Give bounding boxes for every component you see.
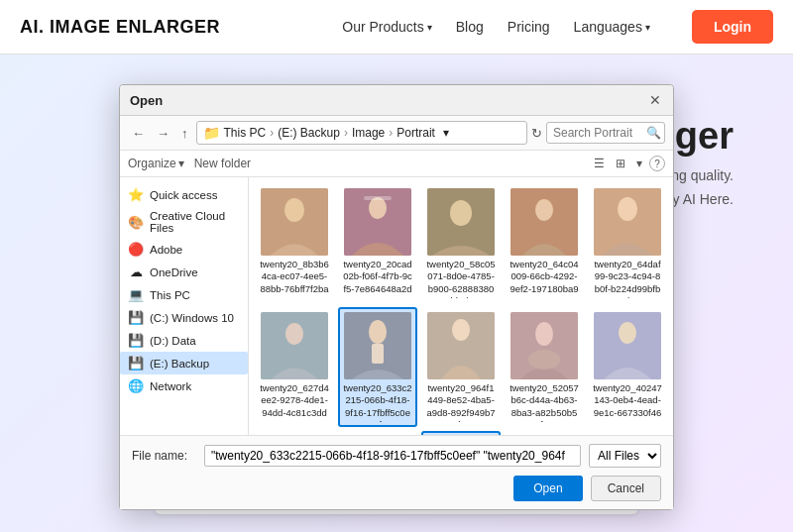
file-name: twenty20_20cad02b-f06f-4f7b-9cf5-7e86464… (343, 259, 412, 298)
breadcrumb-thispc: This PC (224, 126, 267, 140)
nav-our-products[interactable]: Our Products ▾ (342, 19, 431, 35)
help-button[interactable]: ? (649, 156, 665, 171)
languages-label: Languages (574, 19, 642, 35)
filename-input[interactable] (204, 445, 581, 467)
file-grid: twenty20_8b3b64ca-ec07-4ee5-88bb-76bff7f… (249, 177, 673, 435)
sidebar-item-network[interactable]: 🌐 Network (120, 374, 248, 397)
backup-label: (E:) Backup (150, 358, 209, 370)
network-label: Network (150, 380, 191, 392)
file-name: twenty20_64c04009-66cb-4292-9ef2-197180b… (510, 259, 579, 298)
organize-label: Organize (128, 157, 176, 170)
dialog-footer: File name: All Files Open Cancel (120, 435, 673, 509)
file-item[interactable]: twenty20_20cad02b-f06f-4f7b-9cf5-7e86464… (338, 183, 417, 303)
file-item[interactable]: twenty20_964f1449-8e52-4ba5-a9d8-892f949… (421, 307, 501, 427)
onedrive-label: OneDrive (150, 266, 198, 278)
file-thumbnail (510, 188, 578, 256)
file-thumbnail (344, 188, 411, 256)
dialog-titlebar: Open ✕ (120, 85, 673, 116)
svg-point-22 (619, 322, 636, 344)
file-item[interactable]: twenty20_52057b6c-d44a-4b63-8ba3-a82b50b… (505, 307, 584, 427)
refresh-button[interactable]: ↻ (531, 126, 542, 141)
file-item[interactable]: twenty20_964f (421, 431, 501, 435)
new-folder-button[interactable]: New folder (194, 157, 251, 170)
folder-icon: 📁 (203, 125, 220, 141)
file-item[interactable]: twenty20_40247143-0eb4-4ead-9e1c-667330f… (588, 307, 667, 427)
nav-links: Our Products ▾ Blog Pricing Languages ▾ … (342, 10, 773, 44)
file-item[interactable]: twenty20_8b3b64ca-ec07-4ee5-88bb-76bff7f… (255, 183, 334, 303)
network-icon: 🌐 (128, 378, 144, 393)
up-button[interactable]: ↑ (177, 124, 192, 143)
file-name: twenty20_633c2215-066b-4f18-9f16-17fbff5… (343, 382, 412, 422)
file-item[interactable]: twenty20_64c04009-66cb-4292-9ef2-197180b… (505, 183, 584, 303)
sidebar-item-windows[interactable]: 💾 (C:) Windows 10 (120, 306, 248, 329)
hero-title-partial: ger (675, 115, 734, 157)
back-button[interactable]: ← (128, 124, 149, 143)
file-item[interactable]: twenty20_58c05071-8d0e-4785-b900-6288838… (421, 183, 501, 303)
file-item[interactable]: twenty20_627d4ee2-9278-4de1-94dd-4c81c3d… (255, 307, 334, 427)
forward-button[interactable]: → (153, 124, 173, 143)
windows-icon: 💾 (128, 310, 144, 325)
sidebar-item-quick-access[interactable]: ⭐ Quick access (120, 183, 248, 206)
svg-point-6 (450, 200, 472, 226)
file-name: twenty20_58c05071-8d0e-4785-b900-6288838… (426, 259, 496, 298)
file-name: twenty20_40247143-0eb4-4ead-9e1c-667330f… (593, 382, 662, 422)
pricing-label: Pricing (508, 19, 550, 35)
file-item[interactable]: twenty20_img11 (255, 431, 334, 435)
file-thumbnail (594, 312, 661, 379)
file-name: twenty20_52057b6c-d44a-4b63-8ba3-a82b50b… (510, 382, 579, 422)
sidebar-item-adobe[interactable]: 🔴 Adobe (120, 238, 248, 261)
file-item[interactable]: twenty20_img12 (338, 431, 417, 435)
adobe-icon: 🔴 (128, 242, 144, 257)
dialog-close-button[interactable]: ✕ (647, 92, 663, 108)
file-name: twenty20_627d4ee2-9278-4de1-94dd-4c81c3d… (260, 382, 329, 422)
search-input[interactable] (553, 126, 642, 140)
breadcrumb-sep-1: › (270, 126, 274, 140)
file-thumbnail (427, 188, 495, 256)
chevron-down-icon-2: ▾ (645, 22, 650, 33)
breadcrumb-dropdown[interactable]: ▾ (443, 126, 449, 140)
organize-bar: Organize ▾ New folder ☰ ⊞ ▾ ? (120, 151, 673, 177)
nav-languages[interactable]: Languages ▾ (574, 19, 650, 35)
nav-blog[interactable]: Blog (456, 19, 484, 35)
view-buttons: ☰ ⊞ ▾ ? (590, 155, 665, 172)
creative-cloud-icon: 🎨 (128, 215, 144, 230)
svg-point-14 (369, 320, 387, 344)
breadcrumb-sep-3: › (389, 126, 393, 140)
main-content: Enger Without losing quality. By AI Here… (0, 54, 793, 532)
file-thumbnail (344, 312, 411, 379)
cancel-button[interactable]: Cancel (591, 476, 661, 501)
sidebar-item-data[interactable]: 💾 (D:) Data (120, 329, 248, 352)
svg-point-19 (535, 322, 553, 346)
footer-actions: Open Cancel (132, 476, 661, 501)
svg-point-12 (285, 323, 303, 345)
file-item[interactable]: twenty20_64daf99-9c23-4c94-8b0f-b224d99b… (588, 183, 667, 303)
adobe-label: Adobe (150, 244, 182, 256)
our-products-label: Our Products (342, 19, 423, 35)
sidebar-item-onedrive[interactable]: ☁ OneDrive (120, 261, 248, 283)
nav-pricing[interactable]: Pricing (508, 19, 550, 35)
view-dropdown-button[interactable]: ▾ (632, 155, 646, 172)
svg-point-3 (369, 197, 387, 219)
breadcrumb-backup: (E:) Backup (278, 126, 340, 140)
view-list-button[interactable]: ☰ (590, 155, 609, 172)
file-thumbnail (427, 312, 495, 379)
filetype-dropdown[interactable]: All Files (589, 444, 661, 468)
file-item[interactable]: twenty20_633c2215-066b-4f18-9f16-17fbff5… (338, 307, 417, 427)
svg-point-8 (535, 199, 553, 221)
sidebar-item-creative-cloud[interactable]: 🎨 Creative Cloud Files (120, 206, 248, 238)
svg-rect-4 (364, 196, 392, 200)
sidebar-item-backup[interactable]: 💾 (E:) Backup (120, 352, 248, 374)
dialog-title: Open (130, 93, 163, 108)
organize-button[interactable]: Organize ▾ (128, 157, 184, 170)
login-button[interactable]: Login (692, 10, 773, 44)
breadcrumb: 📁 This PC › (E:) Backup › Image › Portra… (196, 121, 528, 145)
dialog-toolbar: ← → ↑ 📁 This PC › (E:) Backup › Image › … (120, 116, 673, 151)
search-box: 🔍 (546, 122, 665, 144)
sidebar-item-this-pc[interactable]: 💻 This PC (120, 283, 248, 306)
view-grid-button[interactable]: ⊞ (612, 155, 629, 172)
quick-access-icon: ⭐ (128, 187, 144, 202)
filename-row: File name: All Files (132, 444, 661, 468)
open-button[interactable]: Open (513, 476, 582, 501)
breadcrumb-image: Image (352, 126, 385, 140)
data-label: (D:) Data (150, 335, 196, 347)
